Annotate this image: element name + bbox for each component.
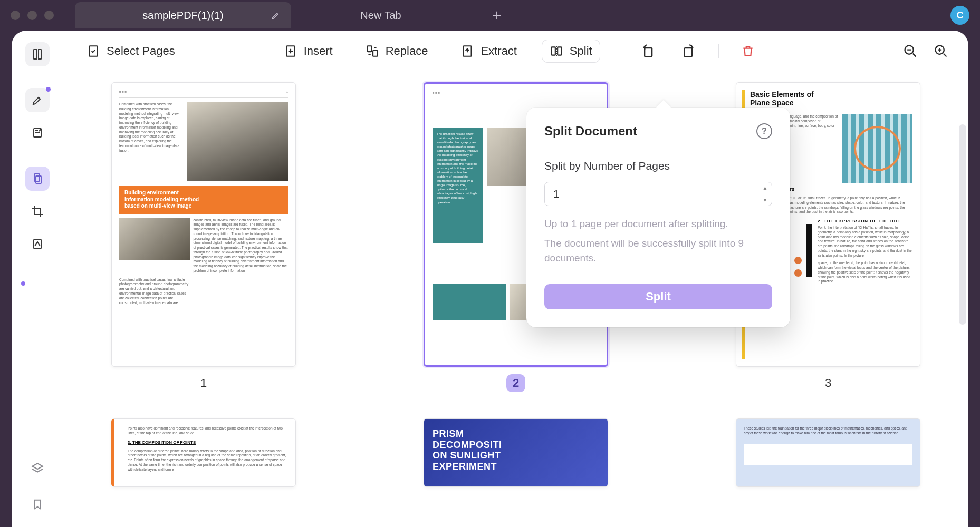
sidebar-bookmark-icon[interactable] [25,492,50,516]
pencil-icon[interactable] [271,11,281,20]
thumb-text: Combined with practical cases, low-altit… [119,278,190,306]
split-popover: Split Document ? Split by Number of Page… [526,108,790,327]
sidebar-active-indicator [21,281,25,286]
close-window-dot[interactable] [11,11,20,20]
extract-button[interactable]: Extract [453,40,524,62]
sidebar-reader-icon[interactable] [25,42,50,66]
insert-button[interactable]: Insert [276,40,340,62]
extract-label: Extract [481,44,516,58]
sidebar-layers-icon[interactable] [25,456,50,481]
svg-rect-9 [551,47,555,55]
stepper-down-icon[interactable]: ▼ [758,194,772,206]
tab-document[interactable]: samplePDF(1)(1) [75,2,291,28]
svg-rect-11 [645,48,652,56]
zoom-in-button[interactable] [929,40,953,63]
illustration-placeholder [842,114,912,183]
page-thumbnail[interactable]: These studies laid the foundation for th… [736,418,920,487]
select-pages-icon [87,44,100,58]
page-thumbnail[interactable]: PRISM DECOMPOSITI ON SUNLIGHT EXPERIMENT [424,418,608,487]
page-number: 3 [819,374,838,392]
thumb-text: space, on the one hand, the point has a … [818,261,912,284]
content-area: Select Pages Insert Replace Extract [63,31,968,527]
page-thumbnail[interactable]: Points also have dominant and recessive … [111,418,296,487]
select-pages-label: Select Pages [107,44,175,58]
svg-rect-10 [558,47,562,55]
photo-placeholder [119,218,190,260]
illustration-placeholder [744,444,912,465]
split-confirm-label: Split [646,290,671,303]
sidebar-crop-icon[interactable] [25,199,50,223]
replace-button[interactable]: Replace [358,40,436,62]
popover-title: Split Document [544,124,637,139]
replace-label: Replace [386,44,428,58]
toolbar-divider [618,44,618,58]
maximize-window-dot[interactable] [44,11,54,20]
select-pages-button[interactable]: Select Pages [79,40,182,62]
thumb-text: Combined with practical cases, the build… [119,102,184,181]
popover-hint: The document will be successfully split … [544,236,772,266]
page-toolbar: Select Pages Insert Replace Extract [63,31,968,72]
delete-button[interactable] [737,40,759,62]
help-icon[interactable]: ? [756,123,772,139]
stepper-up-icon[interactable]: ▲ [758,182,772,194]
sidebar-pages-icon[interactable] [25,167,50,191]
popover-section-label: Split by Number of Pages [544,160,772,172]
pages-per-document-input[interactable] [545,188,758,200]
thumb-text: These studies laid the foundation for th… [744,426,912,436]
page-cell-4[interactable]: Points also have dominant and recessive … [111,418,296,487]
split-icon [550,44,563,58]
zoom-out-button[interactable] [899,40,922,63]
page-cell-5[interactable]: PRISM DECOMPOSITI ON SUNLIGHT EXPERIMENT [424,418,608,487]
rotate-left-button[interactable] [636,40,659,63]
thumb-text: constructed, multi-view image data are f… [193,218,288,274]
extract-icon [460,44,474,58]
pages-per-document-stepper[interactable]: ▲ ▼ [544,182,772,206]
thumbnail-grid: ■ ■ ■1 Combined with practical cases, th… [84,82,947,487]
split-button[interactable]: Split [542,40,600,62]
svg-rect-6 [367,46,372,52]
thumb-text: Point, the interpretation of "Ci Hai" is… [818,226,912,258]
thumb-heading: 2. THE EXPRESSION OF THE DOT [818,219,912,223]
tab-newtab[interactable]: New Tab [291,2,470,28]
popover-hint: Up to 1 page per document after splittin… [544,217,772,232]
sidebar-highlighter-icon[interactable] [25,88,50,112]
rotate-right-button[interactable] [677,40,700,63]
scrollbar[interactable] [959,124,966,325]
sidebar [12,31,63,527]
thumbnail-grid-wrap[interactable]: ■ ■ ■1 Combined with practical cases, th… [63,72,968,527]
svg-rect-1 [34,174,40,181]
tab-label: samplePDF(1)(1) [142,9,223,22]
svg-rect-7 [373,51,378,56]
thumb-text: The practical results show that through … [433,128,483,243]
sidebar-annotate-icon[interactable] [25,121,50,145]
color-block [433,284,506,320]
toolbar-divider [718,44,719,58]
thumb-title: Basic Elements of Plane Space [750,90,912,107]
add-tab-button[interactable] [486,5,507,26]
split-confirm-button[interactable]: Split [544,284,772,309]
titlebar: samplePDF(1)(1) New Tab C [0,0,980,31]
insert-label: Insert [304,44,333,58]
thumb-heading: 3. THE COMPOSITION OF POINTS [128,440,288,445]
thumb-title: PRISM DECOMPOSITI ON SUNLIGHT EXPERIMENT [424,419,608,482]
sidebar-redact-icon[interactable] [25,232,50,256]
app-window: Select Pages Insert Replace Extract [12,31,968,527]
thumb-text: The composition of ordered points: here … [128,449,288,472]
insert-icon [284,44,297,58]
photo-placeholder [187,102,288,181]
tab-label: New Tab [360,9,401,22]
minimize-window-dot[interactable] [27,11,37,20]
svg-rect-2 [36,176,41,183]
thumb-text: Points also have dominant and recessive … [128,426,288,436]
avatar[interactable]: C [950,6,969,25]
avatar-initial: C [957,10,964,21]
page-cell-6[interactable]: These studies laid the foundation for th… [736,418,920,487]
tab-strip: samplePDF(1)(1) New Tab [75,2,950,28]
window-traffic-lights [11,11,54,20]
replace-icon [366,44,379,58]
page-cell-1[interactable]: ■ ■ ■1 Combined with practical cases, th… [111,82,296,392]
page-number-selected: 2 [506,374,525,392]
page-number: 1 [194,374,213,392]
thumb-title-band: Building environment information modelin… [119,186,288,214]
page-thumbnail[interactable]: ■ ■ ■1 Combined with practical cases, th… [111,82,296,367]
